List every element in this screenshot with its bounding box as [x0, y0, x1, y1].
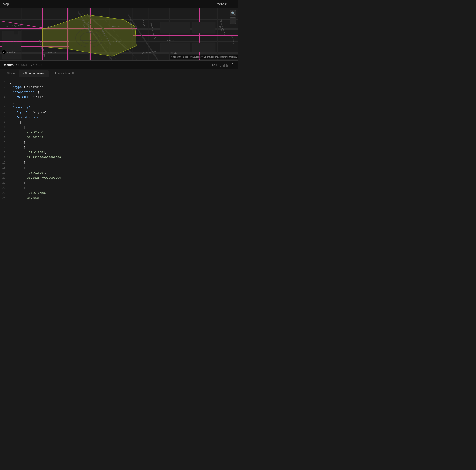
line-number: 21: [2, 181, 9, 185]
line-content: "properties": {: [9, 90, 40, 95]
line-content: ],: [9, 181, 27, 185]
layers-button[interactable]: ⊞: [230, 17, 236, 24]
code-line: 20 38.8826479999999996: [0, 175, 238, 181]
line-content: "geometry": {: [9, 105, 36, 110]
line-content: -77.017558,: [9, 191, 47, 196]
search-icon: 🔍: [231, 11, 235, 15]
code-line: 23 -77.017558,: [0, 191, 238, 196]
line-number: 1: [2, 81, 9, 84]
attribution-text: Made with Fused | © Mapbox © OpenStreetM…: [171, 56, 237, 58]
chevron-icon: ▾: [225, 2, 227, 6]
results-more-button[interactable]: ⋮: [230, 62, 235, 68]
code-line: 18 [: [0, 165, 238, 170]
line-number: 19: [2, 171, 9, 175]
selected-object-tab-label: Selected object: [25, 72, 45, 75]
line-content: [: [9, 185, 25, 191]
line-number: 5: [2, 101, 9, 104]
svg-text:D St SW: D St SW: [48, 26, 56, 28]
code-line: 16 38.8825269999999996: [0, 155, 238, 160]
line-number: 18: [2, 166, 9, 169]
line-number: 22: [2, 186, 9, 190]
selected-object-tab-icon: □: [22, 72, 24, 75]
line-number: 17: [2, 161, 9, 165]
line-content: 38.8826479999999996: [9, 175, 61, 181]
line-number: 3: [2, 91, 9, 94]
performance-bars: [220, 63, 228, 67]
code-line: 11 -77.01756,: [0, 130, 238, 135]
code-line: 12 38.882349: [0, 135, 238, 140]
line-content: 38.88314: [9, 196, 41, 201]
more-button[interactable]: ⋮: [230, 1, 235, 7]
svg-text:E St SW: E St SW: [113, 40, 121, 43]
svg-rect-65: [192, 22, 215, 34]
code-line: 24 38.88314: [0, 196, 238, 201]
line-number: 8: [2, 116, 9, 119]
line-number: 2: [2, 86, 9, 89]
map-svg: Virginia Ave SW D St SW E St SW G St SW …: [0, 8, 238, 60]
line-number: 9: [2, 121, 9, 124]
mapbox-logo-label: mapbox: [7, 50, 16, 53]
mapbox-logo-icon: ●: [2, 50, 6, 54]
line-content: "type": "Polygon",: [9, 110, 49, 115]
line-content: "STATEFP": "11": [9, 95, 43, 100]
line-content: ],: [9, 140, 27, 145]
top-bar-controls: ⏸ Freeze ▾ ⋮: [210, 1, 235, 7]
code-line: 2 "type": "Feature",: [0, 85, 238, 90]
code-line: 7 "type": "Polygon",: [0, 110, 238, 115]
code-line: 4 "STATEFP": "11": [0, 95, 238, 100]
search-map-button[interactable]: 🔍: [230, 10, 236, 17]
line-content: "coordinates": [: [9, 115, 45, 120]
code-line: 14 [: [0, 145, 238, 150]
results-right: 1.54s ⋮: [212, 62, 235, 68]
line-number: 23: [2, 191, 9, 195]
svg-text:C St SW: C St SW: [112, 26, 120, 28]
results-label: Results: [3, 63, 14, 67]
map-controls: 🔍 ⊞: [230, 10, 236, 24]
code-line: 15 -77.017558,: [0, 150, 238, 155]
line-number: 12: [2, 136, 9, 139]
line-content: -77.01756,: [9, 130, 45, 135]
code-line: 6 "geometry": {: [0, 105, 238, 110]
svg-rect-67: [14, 31, 18, 34]
svg-text:G St SW: G St SW: [48, 51, 56, 53]
tab-request-details[interactable]: □ Request details: [49, 70, 78, 77]
line-number: 20: [2, 176, 9, 180]
code-line: 5 },: [0, 100, 238, 105]
svg-rect-62: [2, 54, 21, 59]
results-time: 1.54s: [212, 63, 218, 67]
line-content: [: [9, 145, 25, 150]
line-number: 14: [2, 146, 9, 149]
results-bar: Results 38.8831,-77.0112 1.54s ⋮: [0, 60, 238, 69]
tabs-bar: ≡ Stdout □ Selected object □ Request det…: [0, 69, 238, 78]
layers-icon: ⊞: [232, 19, 234, 22]
line-content: "type": "Feature",: [9, 85, 45, 90]
line-number: 11: [2, 131, 9, 134]
line-content: [: [9, 165, 25, 170]
line-content: 38.8825269999999996: [9, 155, 61, 160]
svg-text:F St SE: F St SE: [170, 52, 177, 54]
line-number: 7: [2, 111, 9, 114]
line-number: 10: [2, 126, 9, 129]
line-content: -77.017558,: [9, 150, 47, 155]
svg-text:E St SE: E St SE: [167, 40, 174, 42]
bar-4: [224, 64, 225, 67]
line-content: [: [9, 120, 22, 125]
map-container[interactable]: Virginia Ave SW D St SW E St SW G St SW …: [0, 8, 238, 60]
line-number: 4: [2, 96, 9, 99]
tab-stdout[interactable]: ≡ Stdout: [1, 70, 19, 77]
line-content: [: [9, 125, 25, 130]
code-line: 10 [: [0, 125, 238, 130]
code-area[interactable]: 1{2 "type": "Feature",3 "properties": {4…: [0, 78, 238, 235]
tab-selected-object[interactable]: □ Selected object: [19, 70, 49, 77]
svg-rect-63: [160, 22, 190, 34]
line-content: 38.882349: [9, 135, 43, 140]
line-number: 6: [2, 106, 9, 109]
code-line: 22 [: [0, 185, 238, 191]
freeze-button[interactable]: ⏸ Freeze ▾: [210, 1, 228, 7]
line-content: },: [9, 100, 16, 105]
top-bar: Map ⏸ Freeze ▾ ⋮: [0, 0, 238, 8]
code-line: 1{: [0, 80, 238, 85]
code-line: 9 [: [0, 120, 238, 125]
svg-rect-66: [192, 43, 215, 52]
svg-rect-64: [160, 43, 190, 52]
